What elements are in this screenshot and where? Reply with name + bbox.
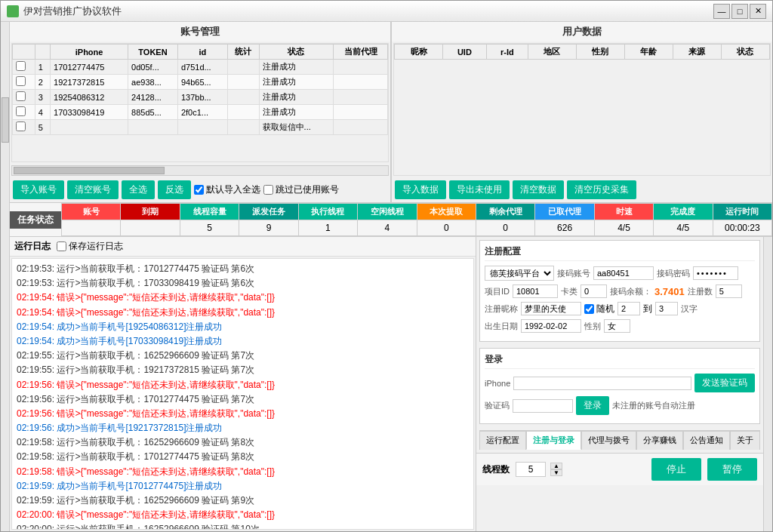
account-scrollbar-h[interactable] <box>11 165 389 176</box>
minimize-button[interactable]: — <box>713 4 730 19</box>
default-import-text: 默认导入全选 <box>206 183 260 196</box>
random-to-input[interactable] <box>655 302 678 315</box>
nickname-input[interactable] <box>521 302 581 315</box>
maximize-button[interactable]: □ <box>731 4 748 19</box>
platform-select[interactable]: 德芙接码平台 <box>485 266 554 281</box>
row-checkbox-5[interactable] <box>16 121 26 131</box>
log-entry: 02:20:00: 错误>{"message":"短信还未到达,请继续获取","… <box>17 508 469 522</box>
cell-count <box>227 90 259 105</box>
cell-iphone <box>51 120 128 135</box>
card-type-label: 卡类 <box>561 286 577 297</box>
task-col-speed-header: 时速 <box>595 204 653 220</box>
cell-proxy <box>334 75 388 90</box>
stop-button[interactable]: 停止 <box>651 458 701 481</box>
tab-about[interactable]: 关于 <box>730 431 760 450</box>
tab-run-config[interactable]: 运行配置 <box>479 431 526 450</box>
log-content[interactable]: 02:19:53: 运行>当前获取手机：17012774475 验证码 第6次 … <box>11 258 474 530</box>
row-checkbox-3[interactable] <box>16 91 26 101</box>
task-grid: 账号 到期 线程容量 5 派发任务 9 <box>61 203 772 236</box>
cell-count <box>227 75 259 90</box>
login-button[interactable]: 登录 <box>576 396 609 415</box>
task-col-account-value <box>62 220 120 225</box>
spin-down-button[interactable]: ▼ <box>550 469 562 476</box>
clear-history-button[interactable]: 清空历史采集 <box>567 180 636 199</box>
send-code-button[interactable]: 发送验证码 <box>694 374 755 392</box>
row-checkbox-4[interactable] <box>16 106 26 116</box>
balance-label: 接码余额： <box>610 286 651 297</box>
pause-button[interactable]: 暂停 <box>707 458 757 481</box>
select-all-button[interactable]: 全选 <box>122 180 155 199</box>
auto-register-label: 未注册的账号自动注册 <box>612 400 695 411</box>
random-from-input[interactable] <box>617 302 640 315</box>
skip-used-label[interactable]: 跳过已使用账号 <box>263 183 339 196</box>
cell-check[interactable] <box>13 90 35 105</box>
scrollbar-thumb[interactable] <box>14 167 165 174</box>
right-scrollbar[interactable] <box>763 237 772 531</box>
tab-share-earn[interactable]: 分享赚钱 <box>636 431 683 450</box>
save-log-checkbox[interactable] <box>57 241 66 251</box>
register-count-input[interactable] <box>716 284 742 298</box>
random-label: 随机 <box>596 303 614 315</box>
random-checkbox-label[interactable]: 随机 <box>584 303 614 315</box>
row-checkbox-2[interactable] <box>16 76 26 86</box>
project-id-input[interactable] <box>513 284 558 298</box>
skip-used-text: 跳过已使用账号 <box>276 183 339 196</box>
cell-check[interactable] <box>13 120 35 135</box>
cell-check[interactable] <box>13 60 35 75</box>
thread-count-input[interactable] <box>516 462 546 477</box>
sidebar-tab-1[interactable] <box>2 97 9 143</box>
import-data-button[interactable]: 导入数据 <box>395 180 446 199</box>
task-col-fetch-value: 0 <box>417 220 476 235</box>
password-input[interactable] <box>693 266 738 280</box>
account-input[interactable] <box>593 266 654 280</box>
import-account-button[interactable]: 导入账号 <box>13 180 64 199</box>
skip-used-checkbox[interactable] <box>263 185 273 195</box>
cell-check[interactable] <box>13 105 35 120</box>
task-col-account-header: 账号 <box>62 204 120 220</box>
register-config-section: 注册配置 德芙接码平台 接码账号 接码密码 <box>479 240 760 342</box>
clear-data-button[interactable]: 清空数据 <box>513 180 564 199</box>
save-log-label[interactable]: 保存运行日志 <box>57 240 123 253</box>
task-col-idle-value: 4 <box>358 220 416 235</box>
login-row-iphone: iPhone 发送验证码 <box>485 374 755 392</box>
row-checkbox-1[interactable] <box>16 61 26 71</box>
userdata-btn-row: 导入数据 导出未使用 清空数据 清空历史采集 <box>392 177 772 202</box>
log-entry: 02:20:00: 运行>当前获取手机：16252966609 验证码 第10次 <box>17 522 469 530</box>
userdata-table-container[interactable]: 昵称 UID r-Id 地区 性别 年龄 来源 状态 <box>393 43 771 176</box>
tab-register-login[interactable]: 注册与登录 <box>526 431 581 450</box>
export-unused-button[interactable]: 导出未使用 <box>449 180 510 199</box>
clear-account-button[interactable]: 清空账号 <box>67 180 119 199</box>
iphone-input[interactable] <box>513 377 691 390</box>
cell-check[interactable] <box>13 75 35 90</box>
default-import-label[interactable]: 默认导入全选 <box>194 183 260 196</box>
code-input[interactable] <box>513 399 573 413</box>
log-entry: 02:19:56: 错误>{"message":"短信还未到达,请继续获取","… <box>17 407 469 421</box>
ud-col-region: 地区 <box>528 45 576 60</box>
task-col-account: 账号 <box>62 204 121 235</box>
account-table-container[interactable]: iPhone TOKEN id 统计 状态 当前代理 <box>11 43 389 162</box>
task-col-completion-value: 4/5 <box>654 220 712 235</box>
gender-input[interactable] <box>604 319 630 333</box>
task-col-used-proxy-value: 626 <box>535 220 593 235</box>
invert-button[interactable]: 反选 <box>158 180 191 199</box>
random-checkbox[interactable] <box>584 304 594 314</box>
title-controls: — □ ✕ <box>713 4 766 19</box>
log-entry: 02:19:59: 成功>当前手机号[17012774475]注册成功 <box>17 479 469 494</box>
tab-announcement[interactable]: 公告通知 <box>683 431 730 450</box>
close-button[interactable]: ✕ <box>750 4 766 19</box>
thread-label: 线程数 <box>482 463 510 476</box>
default-import-checkbox[interactable] <box>194 185 204 195</box>
table-row: 5 获取短信中... <box>13 120 388 135</box>
login-section: 登录 iPhone 发送验证码 验证码 登录 未注册的账号自动注册 <box>479 348 760 424</box>
cell-num: 1 <box>35 60 50 75</box>
cell-status: 注册成功 <box>259 90 334 105</box>
code-label: 验证码 <box>485 400 510 411</box>
spin-up-button[interactable]: ▲ <box>550 463 562 469</box>
log-entry: 02:19:53: 运行>当前获取手机：17012774475 验证码 第6次 <box>17 262 469 276</box>
tab-proxy-dial[interactable]: 代理与拨号 <box>581 431 636 450</box>
birthdate-input[interactable] <box>521 319 581 333</box>
task-col-expire-header: 到期 <box>121 204 179 220</box>
card-type-input[interactable] <box>581 284 607 298</box>
cell-id: 137bb... <box>177 90 227 105</box>
task-col-active-value: 1 <box>299 220 357 235</box>
